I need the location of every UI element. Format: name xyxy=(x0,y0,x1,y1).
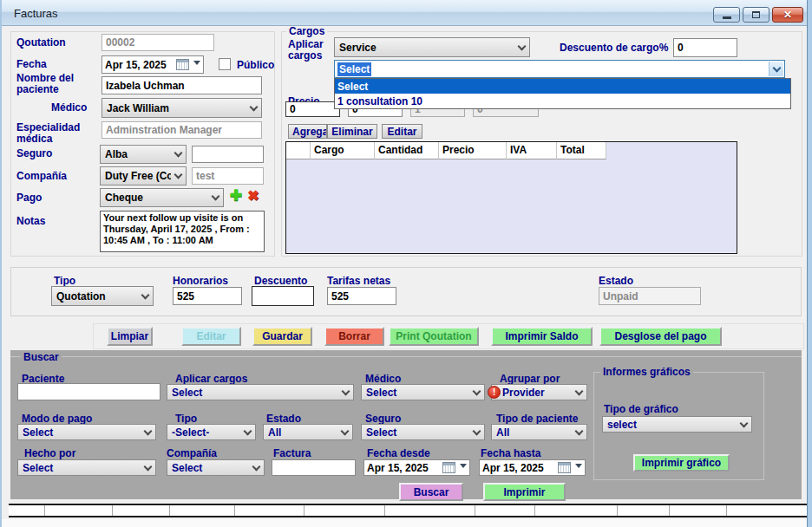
maximize-button[interactable] xyxy=(743,7,769,23)
search-medico-dropdown[interactable]: Select xyxy=(361,384,485,400)
factura-label: Factura xyxy=(273,447,311,459)
informes-group-label: Informes gráficos xyxy=(600,366,693,378)
grid-cell xyxy=(535,505,618,516)
chevron-down-icon xyxy=(144,462,153,471)
chevron-down-icon xyxy=(575,426,584,435)
fecha-hasta-label: Fecha hasta xyxy=(481,447,540,459)
combo-option-consultation[interactable]: 1 consultation 10 xyxy=(335,94,790,108)
title-bar[interactable]: Facturas ✕ xyxy=(2,0,812,26)
search-seguro-dropdown[interactable]: Select xyxy=(361,424,485,440)
precio-field-1[interactable] xyxy=(285,101,340,117)
tarifas-netas-field[interactable] xyxy=(327,287,396,305)
nombre-paciente-label: Nombre del paciente xyxy=(16,73,91,95)
tipo-grafico-label: Tipo de gráfico xyxy=(604,403,678,415)
print-qoutation-button[interactable]: Print Qoutation xyxy=(389,327,479,346)
maximize-icon xyxy=(752,11,760,18)
chevron-down-icon xyxy=(575,387,584,395)
col-blank[interactable] xyxy=(286,142,311,159)
especialidad-label: Especialidad médica xyxy=(16,122,96,145)
grid-cell xyxy=(670,505,727,516)
paciente-search-input[interactable] xyxy=(17,383,160,400)
fecha-hasta-picker[interactable]: Apr 15, 2025 xyxy=(479,459,586,476)
nombre-paciente-field[interactable] xyxy=(102,76,262,94)
grid-cell xyxy=(385,505,475,516)
search-medico-label: Médico xyxy=(365,373,401,385)
chevron-down-icon xyxy=(575,464,582,472)
chevron-down-icon xyxy=(250,102,259,111)
fecha-date-picker[interactable]: Apr 15, 2025 xyxy=(102,55,204,74)
guardar-button[interactable]: Guardar xyxy=(252,327,312,346)
imprimir-grafico-button[interactable]: Imprimir gráfico xyxy=(633,454,730,472)
search-seguro-label: Seguro xyxy=(365,413,401,425)
compania-extra-field[interactable] xyxy=(192,167,264,185)
compania-dropdown[interactable]: Duty Free (Co xyxy=(100,166,187,185)
search-aplicar-cargos-dropdown[interactable]: Select xyxy=(167,384,354,400)
modo-pago-label: Modo de pago xyxy=(22,413,92,425)
delete-payment-icon[interactable]: ✖ xyxy=(247,189,259,203)
agrupar-por-label: Agrupar por xyxy=(500,373,560,385)
col-precio[interactable]: Precio xyxy=(439,142,507,159)
minimize-button[interactable] xyxy=(713,7,740,23)
grid-cell xyxy=(170,505,235,516)
factura-input[interactable] xyxy=(272,459,356,476)
col-cantidad[interactable]: Cantidad xyxy=(375,142,439,159)
charge-combo-arrow[interactable] xyxy=(769,62,783,76)
close-button[interactable]: ✕ xyxy=(772,7,803,23)
honorarios-label: Honorarios xyxy=(173,275,228,287)
medico-dropdown[interactable]: Jack William xyxy=(102,98,262,118)
cargos-table-header: Cargo Cantidad Precio IVA Total xyxy=(286,142,737,159)
add-payment-icon[interactable]: ✚ xyxy=(230,189,242,203)
tipo-dropdown[interactable]: Quotation xyxy=(51,286,154,306)
charge-combo[interactable]: Select xyxy=(334,60,785,78)
search-estado-dropdown[interactable]: All xyxy=(263,424,353,440)
editar-cargo-button[interactable]: Editar xyxy=(382,124,422,139)
chevron-down-icon xyxy=(252,462,261,471)
search-estado-label: Estado xyxy=(266,413,301,425)
agregar-button[interactable]: Agregar xyxy=(288,124,327,139)
tipo-paciente-dropdown[interactable]: All xyxy=(491,424,587,440)
qoutation-field[interactable] xyxy=(102,34,214,51)
calendar-icon xyxy=(176,59,200,70)
borrar-button[interactable]: Borrar xyxy=(324,327,384,346)
estado-field[interactable] xyxy=(599,287,701,305)
imprimir-button[interactable]: Imprimir xyxy=(483,483,566,501)
compania-label: Compañía xyxy=(16,170,67,182)
pago-dropdown[interactable]: Cheque xyxy=(100,188,224,207)
modo-pago-dropdown[interactable]: Select xyxy=(17,424,156,440)
tipo-grafico-dropdown[interactable]: select xyxy=(602,416,752,433)
hecho-por-label: Hecho por xyxy=(24,447,75,459)
chevron-down-icon xyxy=(141,290,150,299)
chevron-down-icon xyxy=(174,149,183,158)
tipo-paciente-label: Tipo de paciente xyxy=(496,413,578,425)
fecha-desde-picker[interactable]: Apr 15, 2025 xyxy=(363,459,470,476)
combo-option-select[interactable]: Select xyxy=(335,79,790,94)
buscar-button[interactable]: Buscar xyxy=(399,483,463,501)
search-tipo-dropdown[interactable]: -Select- xyxy=(167,424,256,440)
imprimir-saldo-button[interactable]: Imprimir Saldo xyxy=(491,327,593,346)
calendar-icon xyxy=(558,462,582,473)
agrupar-por-dropdown[interactable]: Provider xyxy=(491,384,587,400)
eliminar-button[interactable]: Eliminar xyxy=(327,124,377,139)
hecho-por-dropdown[interactable]: Select xyxy=(17,459,156,476)
descuento-cargo-field[interactable] xyxy=(673,38,737,57)
especialidad-field[interactable] xyxy=(102,121,262,139)
charge-type-dropdown[interactable]: Service xyxy=(334,37,530,57)
chevron-down-icon xyxy=(212,192,220,201)
window-frame-edge xyxy=(807,0,812,527)
limpiar-button[interactable]: Limpiar xyxy=(107,327,153,346)
desglose-pago-button[interactable]: Desglose del pago xyxy=(599,327,722,346)
search-compania-dropdown[interactable]: Select xyxy=(167,459,265,476)
honorarios-field[interactable] xyxy=(173,287,242,305)
chevron-down-icon xyxy=(341,426,350,435)
editar-button[interactable]: Editar xyxy=(181,327,241,346)
notas-field[interactable]: Your next follow up visite is on Thursda… xyxy=(100,211,265,252)
seguro-extra-field[interactable] xyxy=(192,146,264,163)
publico-checkbox[interactable] xyxy=(219,58,231,70)
col-cargo[interactable]: Cargo xyxy=(311,142,375,159)
tarifas-netas-label: Tarifas netas xyxy=(327,275,390,287)
descuento-field[interactable] xyxy=(252,286,314,306)
col-iva[interactable]: IVA xyxy=(507,142,557,159)
seguro-dropdown[interactable]: Alba xyxy=(100,145,187,164)
col-total[interactable]: Total xyxy=(557,142,606,159)
error-provider-icon: ! xyxy=(488,386,501,399)
